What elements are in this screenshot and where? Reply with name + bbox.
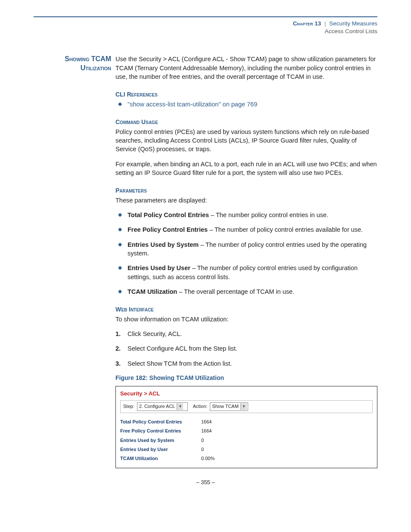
- tcam-data-table: Total Policy Control Entries1664 Free Po…: [120, 417, 222, 464]
- parameter-item: Free Policy Control Entries – The number…: [115, 225, 377, 234]
- web-interface-intro: To show information on TCAM utilization:: [115, 315, 377, 324]
- step-label: Step:: [123, 403, 134, 410]
- table-row: Entries Used by User0: [120, 445, 222, 454]
- section-title: Access Control Lists: [325, 28, 377, 34]
- margin-heading: Showing TCAM Utilization: [34, 55, 115, 468]
- chapter-label: Chapter 13: [293, 20, 321, 27]
- table-row: Free Policy Control Entries1664: [120, 426, 222, 436]
- chapter-title: Security Measures: [329, 20, 377, 27]
- parameters-list: Total Policy Control Entries – The numbe…: [115, 211, 377, 296]
- ui-breadcrumb: Security > ACL: [120, 390, 373, 398]
- tcam-screenshot-panel: Security > ACL Step: 2. Configure ACL ▼ …: [115, 386, 377, 468]
- chevron-down-icon: ▼: [177, 403, 183, 410]
- parameter-item: Entries Used by User – The number of pol…: [115, 264, 377, 281]
- chevron-down-icon: ▼: [240, 403, 247, 410]
- cli-reference-link[interactable]: "show access-list tcam-utilization" on p…: [128, 101, 257, 108]
- parameters-heading: Parameters: [115, 187, 377, 195]
- step-item: 1.Click Security, ACL.: [115, 330, 377, 338]
- parameter-item: Entries Used by System – The number of p…: [115, 240, 377, 258]
- running-header: Chapter 13 | Security Measures Access Co…: [34, 20, 377, 35]
- figure-caption: Figure 182: Showing TCAM Utilization: [115, 374, 377, 383]
- parameter-item: Total Policy Control Entries – The numbe…: [115, 211, 377, 219]
- command-usage-p1: Policy control entries (PCEs) are used b…: [115, 128, 377, 154]
- web-interface-steps: 1.Click Security, ACL. 2.Select Configur…: [115, 330, 377, 368]
- page-number: – 355 –: [34, 479, 377, 486]
- ui-toolbar: Step: 2. Configure ACL ▼ Action: Show TC…: [120, 400, 373, 413]
- cli-references-heading: CLI References: [115, 90, 377, 99]
- table-row: TCAM Utilization0.00%: [120, 454, 222, 463]
- cli-reference-item: "show access-list tcam-utilization" on p…: [115, 100, 377, 109]
- step-select[interactable]: 2. Configure ACL ▼: [137, 402, 188, 411]
- step-item: 2.Select Configure ACL from the Step lis…: [115, 344, 377, 353]
- parameter-item: TCAM Utilization – The overall percentag…: [115, 287, 377, 296]
- table-row: Total Policy Control Entries1664: [120, 417, 222, 426]
- action-select[interactable]: Show TCAM ▼: [210, 402, 248, 411]
- step-item: 3.Select Show TCM from the Action list.: [115, 359, 377, 368]
- command-usage-p2: For example, when binding an ACL to a po…: [115, 160, 377, 177]
- command-usage-heading: Command Usage: [115, 118, 377, 127]
- parameters-intro: These parameters are displayed:: [115, 196, 377, 205]
- action-label: Action:: [193, 403, 208, 410]
- intro-paragraph: Use the Security > ACL (Configure ACL - …: [115, 55, 377, 81]
- web-interface-heading: Web Interface: [115, 305, 377, 314]
- table-row: Entries Used by System0: [120, 436, 222, 445]
